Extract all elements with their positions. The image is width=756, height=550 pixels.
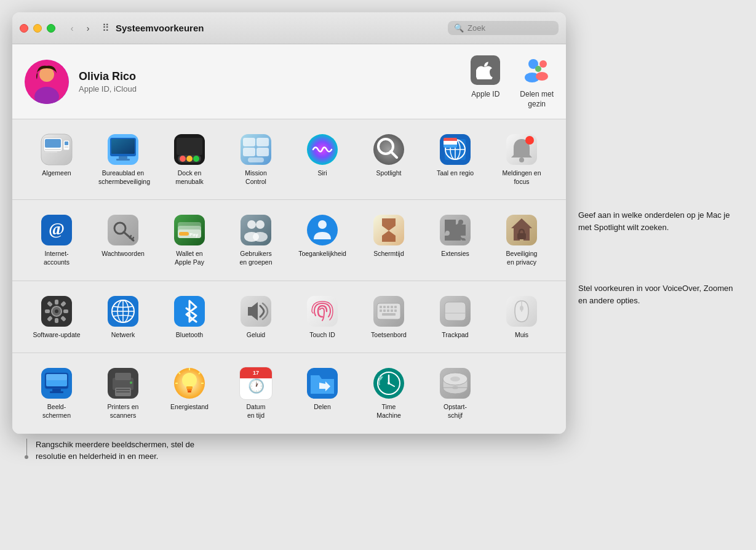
gebruikers-label: Gebruikersen groepen bbox=[239, 250, 272, 266]
svg-rect-34 bbox=[248, 157, 264, 162]
timemachine-item[interactable]: TimeMachine bbox=[357, 363, 421, 423]
algemeen-label: Algemeen bbox=[42, 169, 71, 178]
icon-section-2: @ Internet-accounts bbox=[12, 200, 566, 281]
svg-point-26 bbox=[180, 156, 186, 162]
family-icon bbox=[521, 54, 553, 86]
touchid-item[interactable]: Touch ID bbox=[290, 291, 354, 343]
dock-icon bbox=[173, 133, 206, 166]
toegang-item[interactable]: Toegankelijkheid bbox=[290, 210, 354, 270]
beeldschermen-item[interactable]: Beeld-schermen bbox=[25, 363, 89, 423]
svg-rect-101 bbox=[394, 306, 397, 308]
bureaublad-item[interactable]: Bureaublad enschermbeveiliging bbox=[91, 129, 155, 189]
svg-point-128 bbox=[182, 373, 197, 388]
minimize-button[interactable] bbox=[33, 24, 42, 33]
svg-rect-107 bbox=[382, 313, 396, 316]
user-section: Olivia Rico Apple ID, iCloud bbox=[12, 44, 566, 119]
nav-buttons: ‹ › bbox=[65, 22, 95, 35]
printers-item[interactable]: Printers enscanners bbox=[91, 363, 155, 423]
opstart-item[interactable]: Opstart-schijf bbox=[423, 363, 487, 423]
algemeen-icon bbox=[40, 133, 73, 166]
svg-point-148 bbox=[450, 377, 460, 381]
dock-label: Dock enmenubalk bbox=[175, 169, 204, 186]
meldingen-item[interactable]: Meldingen enfocus bbox=[490, 129, 554, 189]
software-item[interactable]: Software-update bbox=[25, 291, 89, 343]
trackpad-item[interactable]: Trackpad bbox=[423, 291, 487, 343]
mission-item[interactable]: MissionControl bbox=[224, 129, 288, 189]
software-icon bbox=[40, 295, 73, 328]
wacht-item[interactable]: Wachtwoorden bbox=[91, 210, 155, 270]
delen-item[interactable]: Delen bbox=[290, 363, 354, 423]
bluetooth-label: Bluetooth bbox=[176, 331, 203, 340]
dock-item[interactable]: Dock enmenubalk bbox=[157, 129, 221, 189]
bluetooth-item[interactable]: Bluetooth bbox=[157, 291, 221, 343]
svg-rect-22 bbox=[116, 159, 130, 161]
search-bar[interactable]: 🔍 bbox=[448, 21, 559, 35]
algemeen-item[interactable]: Algemeen bbox=[25, 129, 89, 189]
beeldschermen-label: Beeld-schermen bbox=[42, 403, 71, 420]
meldingen-icon bbox=[505, 133, 538, 166]
svg-text:Pay: Pay bbox=[189, 232, 199, 237]
extensies-item[interactable]: Extensies bbox=[423, 210, 487, 270]
trackpad-icon bbox=[439, 295, 472, 328]
svg-rect-80 bbox=[45, 309, 50, 313]
svg-rect-46 bbox=[444, 138, 457, 148]
taal-item[interactable]: Taal en regio bbox=[423, 129, 487, 189]
spotlight-label: Spotlight bbox=[376, 169, 402, 178]
apple-id-label: Apple ID bbox=[471, 90, 499, 100]
close-button[interactable] bbox=[20, 24, 28, 33]
svg-point-149 bbox=[452, 386, 458, 389]
back-button[interactable]: ‹ bbox=[65, 22, 79, 35]
svg-rect-124 bbox=[116, 389, 130, 390]
right-annotations: Geef aan in welke onderdelen op je Mac j… bbox=[578, 12, 744, 306]
apple-id-button[interactable]: Apple ID bbox=[469, 54, 501, 109]
wallet-item[interactable]: Pay Wallet enApple Pay bbox=[157, 210, 221, 270]
datum-item[interactable]: 17 🕐 Datumen tijd bbox=[224, 363, 288, 423]
user-name: Olivia Rico bbox=[79, 70, 137, 83]
gebruikers-icon bbox=[239, 213, 273, 247]
touchid-label: Touch ID bbox=[309, 331, 335, 340]
apple-id-icon bbox=[469, 54, 501, 86]
toetsenbord-item[interactable]: Toetsenbord bbox=[357, 291, 421, 343]
search-input[interactable] bbox=[468, 23, 552, 33]
svg-rect-122 bbox=[115, 373, 131, 380]
spotlight-item[interactable]: Spotlight bbox=[357, 129, 421, 189]
datum-icon: 17 🕐 bbox=[239, 367, 273, 400]
muis-item[interactable]: Muis bbox=[490, 291, 554, 343]
beveiliging-item[interactable]: Beveiligingen privacy bbox=[490, 210, 554, 270]
internet-item[interactable]: @ Internet-accounts bbox=[25, 210, 89, 270]
netwerk-item[interactable]: Netwerk bbox=[91, 291, 155, 343]
titlebar: ‹ › ⠿ Systeemvoorkeuren 🔍 bbox=[12, 12, 566, 44]
grid-icon[interactable]: ⠿ bbox=[102, 22, 109, 34]
gebruikers-item[interactable]: Gebruikersen groepen bbox=[224, 210, 288, 270]
geluid-item[interactable]: Geluid bbox=[224, 291, 288, 343]
siri-item[interactable]: Siri bbox=[290, 129, 354, 189]
svg-rect-61 bbox=[179, 232, 189, 236]
geluid-icon bbox=[239, 295, 273, 328]
siri-icon bbox=[306, 133, 339, 166]
bottom-annotation-area: Rangschik meerdere beeldschermen, stel d… bbox=[12, 439, 744, 463]
energie-item[interactable]: Energiestand bbox=[157, 363, 221, 423]
svg-rect-13 bbox=[45, 151, 57, 153]
family-sharing-button[interactable]: Delen metgezin bbox=[520, 54, 554, 109]
opstart-icon bbox=[439, 367, 472, 400]
svg-rect-24 bbox=[177, 138, 202, 155]
taal-label: Taal en regio bbox=[437, 169, 474, 178]
svg-rect-63 bbox=[241, 215, 271, 245]
svg-rect-33 bbox=[257, 148, 269, 156]
software-label: Software-update bbox=[33, 331, 80, 340]
forward-button[interactable]: › bbox=[81, 22, 95, 35]
svg-rect-104 bbox=[387, 309, 389, 312]
taal-icon bbox=[439, 133, 472, 166]
toegang-icon bbox=[306, 213, 339, 247]
netwerk-icon bbox=[106, 295, 140, 328]
beeldschermen-icon bbox=[40, 367, 73, 400]
schermtijd-item[interactable]: Schermtijd bbox=[357, 210, 421, 270]
mission-label: MissionControl bbox=[245, 169, 267, 186]
svg-point-8 bbox=[536, 72, 548, 81]
toegang-label: Toegankelijkheid bbox=[298, 250, 346, 258]
datum-label: Datumen tijd bbox=[247, 403, 266, 420]
muis-icon bbox=[505, 295, 538, 328]
maximize-button[interactable] bbox=[47, 24, 55, 33]
avatar bbox=[25, 60, 69, 104]
svg-rect-81 bbox=[63, 309, 68, 313]
